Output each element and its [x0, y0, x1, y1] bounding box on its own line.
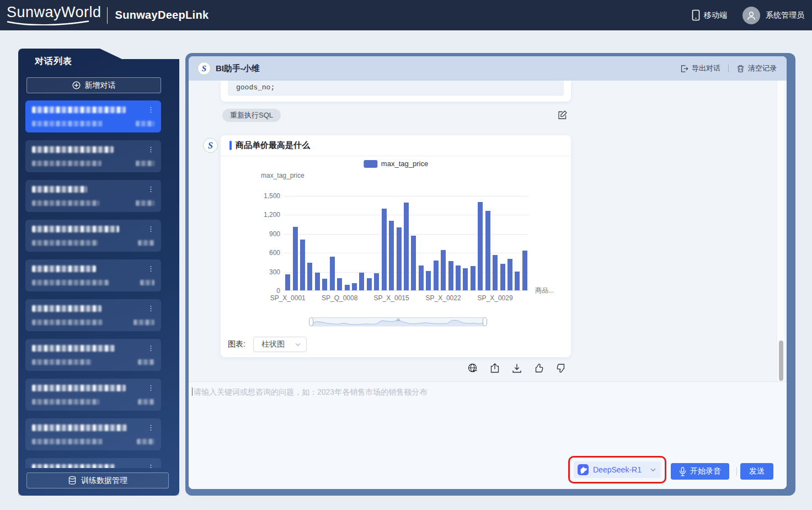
- brand-name: SunwayWorld: [7, 5, 101, 20]
- export-conversation-button[interactable]: 导出对话: [680, 63, 720, 73]
- model-name: DeepSeek-R1: [593, 465, 650, 474]
- conversation-more-icon[interactable]: ⋮: [147, 425, 154, 431]
- conversation-more-icon[interactable]: ⋮: [147, 266, 154, 272]
- bot-message-avatar: S: [203, 138, 218, 153]
- globe-arrow-icon: [467, 363, 478, 374]
- bar: [382, 209, 387, 290]
- conversation-item[interactable]: ⋮: [25, 180, 161, 212]
- redacted-conversation-date: [32, 280, 109, 285]
- chevron-down-icon: [295, 343, 301, 347]
- chat-input[interactable]: 请输入关键词或想咨询的问题，如：2023年各销售市场的销售额分布: [192, 387, 770, 397]
- datazoom-handle-left[interactable]: [309, 317, 313, 326]
- chart-legend[interactable]: max_tag_price: [364, 160, 428, 168]
- datazoom-slider[interactable]: [311, 317, 485, 326]
- thumbs-up-icon: [533, 363, 544, 374]
- chat-panel-header: S BI助手-小维 导出对话 清空记录: [189, 56, 787, 81]
- conversation-more-icon[interactable]: ⋮: [147, 385, 154, 391]
- conversation-more-icon[interactable]: ⋮: [147, 147, 154, 152]
- send-button[interactable]: 发送: [740, 463, 773, 480]
- redacted-conversation-date: [32, 439, 103, 444]
- translate-globe-button[interactable]: [467, 363, 478, 374]
- edit-pencil-icon: [557, 110, 568, 120]
- bar: [359, 273, 364, 290]
- microphone-icon: [679, 467, 686, 476]
- export-label: 导出对话: [692, 63, 720, 73]
- share-button[interactable]: [489, 363, 500, 374]
- redacted-conversation-action: [137, 439, 154, 444]
- conversation-item[interactable]: ⋮: [25, 299, 161, 331]
- bar: [322, 279, 327, 290]
- bar: [374, 273, 379, 290]
- title-accent-bar: [229, 141, 232, 150]
- rerun-sql-button[interactable]: 重新执行SQL: [222, 109, 281, 122]
- thumbs-up-button[interactable]: [533, 363, 544, 374]
- conversation-more-icon[interactable]: ⋮: [147, 107, 154, 113]
- conversation-more-icon[interactable]: ⋮: [147, 226, 154, 232]
- bar: [352, 283, 357, 290]
- redacted-conversation-title: [32, 265, 96, 272]
- bar: [478, 202, 483, 290]
- training-data-label: 训练数据管理: [81, 476, 127, 486]
- bar: [463, 268, 468, 290]
- x-axis-overflow-label: 商品...: [535, 286, 554, 295]
- sidebar-title: 对话列表: [35, 56, 72, 67]
- deepseek-logo-icon: [578, 464, 589, 475]
- header-actions-divider: [728, 65, 729, 72]
- training-data-button[interactable]: 训练数据管理: [26, 472, 169, 488]
- person-icon: [746, 10, 756, 20]
- sql-result-card: goods_no;: [221, 81, 571, 102]
- redacted-conversation-action: [136, 200, 154, 206]
- redacted-conversation-title: [32, 146, 114, 153]
- bar: [434, 261, 439, 290]
- mobile-entry[interactable]: 移动端: [692, 9, 727, 21]
- bar: [471, 266, 476, 290]
- bar: [367, 278, 372, 290]
- input-bar: 请输入关键词或想咨询的问题，如：2023年各销售市场的销售额分布 DeepSee…: [189, 381, 787, 489]
- conversation-item[interactable]: ⋮: [25, 140, 161, 172]
- user-role-label[interactable]: 系统管理员: [766, 10, 804, 20]
- datazoom-handle-right[interactable]: [483, 317, 487, 326]
- thumbs-down-icon: [555, 363, 567, 374]
- edit-sql-button[interactable]: [557, 109, 569, 121]
- y-axis-tick-label: 1,500: [264, 192, 280, 200]
- x-axis-tick-label: SP_X_0022: [426, 294, 461, 302]
- thumbs-down-button[interactable]: [555, 363, 567, 374]
- conversation-more-icon[interactable]: ⋮: [147, 346, 154, 351]
- redacted-conversation-action: [140, 280, 154, 285]
- download-button[interactable]: [511, 363, 522, 374]
- model-selector[interactable]: DeepSeek-R1: [574, 461, 661, 478]
- main-panel-frame: S BI助手-小维 导出对话 清空记录 goods_no;: [185, 53, 795, 496]
- user-avatar[interactable]: [742, 7, 760, 24]
- conversation-more-icon[interactable]: ⋮: [147, 465, 154, 468]
- buttons-divider: [736, 467, 737, 476]
- chat-scrollbar-thumb[interactable]: [779, 341, 783, 381]
- conversation-item[interactable]: ⋮: [25, 418, 161, 450]
- conversation-item[interactable]: ⋮: [25, 100, 161, 132]
- brand-logo: SunwayWorld: [7, 5, 101, 25]
- redacted-conversation-action: [133, 320, 154, 325]
- clear-history-button[interactable]: 清空记录: [736, 63, 777, 73]
- conversation-item[interactable]: ⋮: [25, 458, 161, 468]
- bar: [293, 227, 298, 290]
- conversation-item[interactable]: ⋮: [25, 379, 161, 411]
- new-conversation-button[interactable]: 新增对话: [26, 77, 161, 93]
- redacted-conversation-date: [32, 399, 99, 405]
- model-caret-icon: [650, 468, 656, 472]
- clear-label: 清空记录: [748, 63, 777, 73]
- chart-type-select[interactable]: 柱状图: [253, 337, 307, 352]
- start-recording-button[interactable]: 开始录音: [671, 463, 729, 480]
- redacted-conversation-action: [138, 399, 154, 405]
- mobile-label: 移动端: [704, 10, 727, 20]
- start-recording-label: 开始录音: [690, 466, 721, 476]
- new-conversation-label: 新增对话: [85, 81, 116, 91]
- conversation-item[interactable]: ⋮: [25, 259, 161, 291]
- conversation-more-icon[interactable]: ⋮: [147, 187, 154, 192]
- conversation-item[interactable]: ⋮: [25, 339, 161, 371]
- y-axis-tick-label: 600: [269, 249, 280, 257]
- conversation-item[interactable]: ⋮: [25, 220, 161, 252]
- conversation-more-icon[interactable]: ⋮: [147, 306, 154, 311]
- product-name: SunwayDeepLink: [115, 9, 209, 22]
- bar: [285, 274, 290, 290]
- redacted-conversation-date: [32, 121, 103, 126]
- y-axis-tick-label: 300: [269, 268, 280, 276]
